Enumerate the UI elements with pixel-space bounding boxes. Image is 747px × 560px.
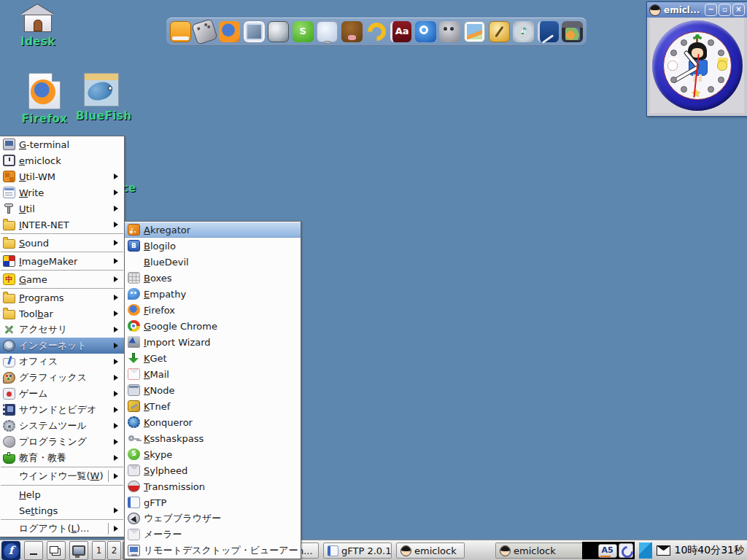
menu-item-item-19[interactable]: メーラー [125, 526, 301, 542]
menu-item-label: Game [19, 274, 109, 285]
hour-dot [670, 50, 677, 56]
menu-item-settings[interactable]: Settings [0, 502, 124, 518]
menu-item-label: Util-WM [19, 171, 109, 182]
menu-item-skype[interactable]: SSkype [125, 446, 301, 462]
dock-firefox[interactable] [218, 20, 241, 44]
dock-globe-browser[interactable] [267, 20, 290, 44]
menu-item-item-19[interactable]: ゲーム [0, 386, 124, 402]
task-button-emiclock[interactable]: emiclock [396, 542, 465, 559]
menu-item-bluedevil[interactable]: BlueDevil [125, 254, 301, 270]
menu-item-kmail[interactable]: KMail [125, 366, 301, 382]
menu-item-boxes[interactable]: Boxes [125, 270, 301, 286]
hour-dot [718, 50, 724, 56]
workspace-button-2[interactable]: 2 [107, 541, 121, 560]
dock-music-cd[interactable]: ♪ [512, 20, 535, 44]
menu-item-game[interactable]: 中Game [0, 271, 124, 287]
menu-item-item-22[interactable]: プログラミング [0, 434, 124, 450]
menu-item-transmission[interactable]: Transmission [125, 478, 301, 494]
dock-film-clapper[interactable] [562, 20, 584, 44]
underscore-icon [30, 553, 37, 555]
menu-item-kget[interactable]: KGet [125, 350, 301, 366]
menu-item-write[interactable]: Write [0, 184, 124, 201]
desktop-icon-firefox[interactable]: Firefox [19, 73, 70, 125]
menu-item-toolbar[interactable]: Toolbar [0, 306, 124, 322]
menu-item-firefox[interactable]: Firefox [125, 302, 301, 318]
mailer-icon [128, 529, 140, 540]
dock-photos[interactable] [463, 20, 486, 44]
dock-cow[interactable] [341, 20, 363, 44]
menu-separator [1, 233, 123, 234]
menu-item-item-18[interactable]: ウェブブラウザー [125, 510, 301, 526]
menu-item-inter-net[interactable]: INTER-NET [0, 217, 124, 233]
scim-swirl-tray-icon[interactable] [619, 543, 633, 558]
blue-panel-tray-icon[interactable] [639, 542, 652, 559]
menu-item-ktnef[interactable]: KTnef [125, 398, 301, 414]
show-desktop-button[interactable] [24, 541, 43, 560]
dock-skype[interactable]: S [292, 20, 314, 44]
office-cup-icon [3, 358, 15, 368]
key-icon [128, 432, 140, 444]
dock-lightbulb[interactable] [317, 20, 339, 44]
workspace-button-1[interactable]: 1 [92, 541, 106, 560]
menu-item-empathy[interactable]: Empathy [125, 286, 301, 302]
menu-item-emiclock[interactable]: emiclock [0, 152, 124, 168]
menu-item-akregator[interactable]: Akregator [125, 222, 301, 238]
menu-item-label: ウェブブラウザー [144, 512, 298, 525]
menu-item-l[interactable]: ログアウト(L)... [0, 521, 124, 537]
close-button[interactable]: × [732, 4, 745, 16]
dock-notebook[interactable] [537, 20, 560, 44]
menu-item-w[interactable]: ウインドウ一覧(W) [0, 468, 124, 484]
dock-dictionary[interactable]: Aa [390, 20, 412, 44]
desktop-icon-bluefish[interactable]: BlueFish [76, 73, 127, 122]
submenu-arrow-icon [114, 455, 121, 461]
menu-separator [1, 519, 123, 520]
menu-item-sylpheed[interactable]: Sylpheed [125, 462, 301, 478]
input-method-a5-tray-icon[interactable]: A5 [598, 544, 617, 558]
menu-item-item-23[interactable]: 教育・教養 [0, 450, 124, 466]
menu-item-label: KNode [144, 385, 298, 396]
menu-item-gftp[interactable]: gFTP [125, 494, 301, 510]
desktop-icon-label: Firefox [19, 112, 70, 125]
task-button-gftp-2-0-19[interactable]: gFTP 2.0.19 [323, 542, 392, 559]
menu-item-help[interactable]: Help [0, 486, 124, 502]
menu-item-item-20[interactable]: サウンドとビデオ [0, 402, 124, 418]
menu-item-imagemaker[interactable]: ImageMaker [0, 253, 124, 269]
orange-drive-icon [170, 21, 191, 42]
menu-item-item-16[interactable]: インターネット [0, 338, 124, 354]
dock-paint[interactable] [488, 20, 511, 44]
menu-item-google-chrome[interactable]: Google Chrome [125, 318, 301, 334]
emiclock-titlebar[interactable]: emicl... −▫× [647, 2, 747, 18]
maximize-button[interactable]: ▫ [719, 4, 731, 16]
dock-game-controller[interactable] [194, 20, 217, 44]
menu-item-item-21[interactable]: システムツール [0, 418, 124, 434]
dock-orange-drive[interactable] [169, 20, 192, 44]
task-button-emiclock[interactable]: emiclock [495, 542, 584, 559]
mail-envelope-icon[interactable] [657, 545, 670, 556]
dock-mail-stamp[interactable] [243, 20, 266, 44]
menu-item-import-wizard[interactable]: Import Wizard [125, 334, 301, 350]
menu-item-util-wm[interactable]: Util-WM [0, 168, 124, 184]
menu-item-util[interactable]: Util [0, 201, 124, 217]
menu-item-konqueror[interactable]: Konqueror [125, 414, 301, 430]
emiclock-window-buttons: −▫× [705, 4, 745, 16]
menu-item-item-17[interactable]: オフィス [0, 354, 124, 370]
window-stack-button[interactable] [47, 541, 66, 560]
menu-item-g-terminal[interactable]: G-terminal [0, 136, 124, 152]
dock-gimp[interactable] [439, 20, 462, 44]
submenu-arrow-icon [114, 327, 121, 332]
menu-item-ksshaskpass[interactable]: Ksshaskpass [125, 430, 301, 446]
desktop-icon-idesk[interactable]: Idesk [13, 4, 63, 48]
menu-item-programs[interactable]: Programs [0, 289, 124, 306]
dock-search[interactable] [414, 20, 437, 44]
menu-item-item-15[interactable]: アクセサリ [0, 322, 124, 338]
menu-item-item-20[interactable]: リモートデスクトップ・ビューアー [125, 542, 301, 559]
menu-item-blogilo[interactable]: BBlogilo [125, 238, 301, 254]
workstation-button[interactable] [69, 541, 88, 560]
menu-item-knode[interactable]: KNode [125, 382, 301, 398]
minimize-button[interactable]: − [705, 4, 717, 16]
dock-office[interactable] [365, 20, 388, 44]
star-marker: ★ [692, 87, 701, 100]
fluxbox-start-button[interactable]: f [1, 541, 20, 560]
menu-item-sound[interactable]: Sound [0, 235, 124, 251]
menu-item-item-18[interactable]: グラフィックス [0, 370, 124, 386]
